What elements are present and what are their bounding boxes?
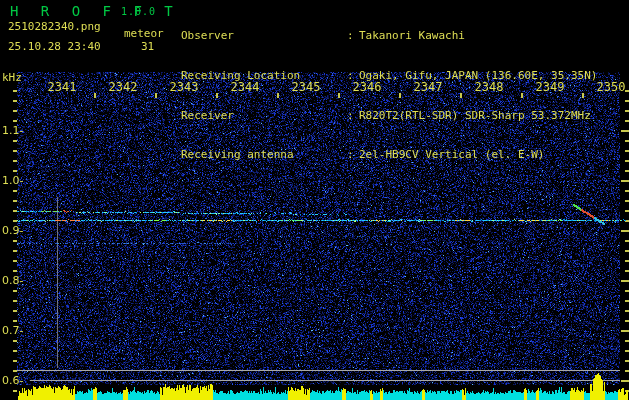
time-tick-label: 2345 bbox=[291, 80, 321, 94]
time-tick-label: 2343 bbox=[169, 80, 199, 94]
time-tick-label: 2350 bbox=[596, 80, 626, 94]
mode-label: meteor bbox=[124, 27, 164, 40]
hrofft-window: H R O F F T 1.0.0 2510282340.png meteor … bbox=[0, 0, 629, 400]
info-value: 2el-HB9CV Vertical (el. E-W) bbox=[359, 148, 544, 161]
observation-datetime: 25.10.28 23:40 bbox=[8, 40, 101, 53]
freq-tick-label: 1.1- bbox=[2, 124, 23, 137]
info-colon: : bbox=[347, 148, 359, 161]
time-tick-label: 2344 bbox=[230, 80, 260, 94]
time-tick-label: 2342 bbox=[108, 80, 138, 94]
time-tick-label: 2348 bbox=[474, 80, 504, 94]
info-row-antenna: Receiving antenna:2el-HB9CV Vertical (el… bbox=[181, 148, 597, 161]
time-tick-label: 2346 bbox=[352, 80, 382, 94]
freq-tick-label: 0.6- bbox=[2, 374, 23, 387]
info-label: Receiving Location bbox=[181, 69, 347, 82]
app-version: 1.0.0 bbox=[121, 6, 156, 17]
info-value: R820T2(RTL-SDR) SDR-Sharp 53.372MHz bbox=[359, 109, 591, 122]
info-colon: : bbox=[347, 109, 359, 122]
meteor-count: 31 bbox=[141, 40, 154, 53]
info-colon: : bbox=[347, 29, 359, 42]
time-tick-label: 2341 bbox=[47, 80, 77, 94]
station-info: Observer:Takanori Kawachi Receiving Loca… bbox=[181, 3, 597, 188]
info-value: Takanori Kawachi bbox=[359, 29, 465, 42]
time-tick-label: 2347 bbox=[413, 80, 443, 94]
freq-tick-label: 1.0- bbox=[2, 174, 23, 187]
output-filename: 2510282340.png bbox=[8, 20, 101, 33]
info-label: Receiving antenna bbox=[181, 148, 347, 161]
info-label: Observer bbox=[181, 29, 347, 42]
info-row-receiver: Receiver:R820T2(RTL-SDR) SDR-Sharp 53.37… bbox=[181, 109, 597, 122]
time-tick-label: 2349 bbox=[535, 80, 565, 94]
freq-tick-label: 0.7- bbox=[2, 324, 23, 337]
freq-tick-label: 0.9- bbox=[2, 224, 23, 237]
info-row-observer: Observer:Takanori Kawachi bbox=[181, 29, 597, 42]
freq-tick-label: 0.8- bbox=[2, 274, 23, 287]
freq-axis-unit-label: kHz bbox=[2, 71, 22, 84]
info-label: Receiver bbox=[181, 109, 347, 122]
